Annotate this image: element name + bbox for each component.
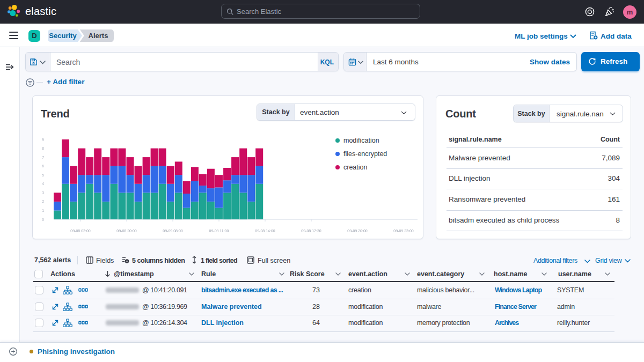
svg-text:09-08 02:00: 09-08 02:00: [70, 229, 90, 233]
svg-text:4: 4: [42, 182, 44, 186]
svg-text:09-09 20:00: 09-09 20:00: [347, 229, 367, 233]
svg-text:7: 7: [42, 156, 44, 159]
svg-text:09-09 11:00: 09-09 11:00: [209, 229, 229, 233]
svg-text:5: 5: [42, 173, 44, 177]
svg-text:09-09 08:00: 09-09 08:00: [163, 229, 182, 233]
svg-text:09-09 23:00: 09-09 23:00: [393, 229, 413, 233]
svg-text:1: 1: [42, 209, 44, 212]
svg-text:09-08 17:30: 09-08 17:30: [301, 229, 321, 233]
svg-text:9: 9: [42, 138, 44, 142]
svg-text:09-08 20:00: 09-08 20:00: [116, 229, 136, 233]
svg-text:3: 3: [42, 191, 44, 195]
svg-text:6: 6: [42, 164, 44, 168]
svg-text:0: 0: [42, 218, 44, 221]
svg-text:8: 8: [42, 146, 44, 150]
svg-text:09-08 14:00: 09-08 14:00: [255, 229, 275, 233]
svg-text:2: 2: [42, 200, 44, 203]
